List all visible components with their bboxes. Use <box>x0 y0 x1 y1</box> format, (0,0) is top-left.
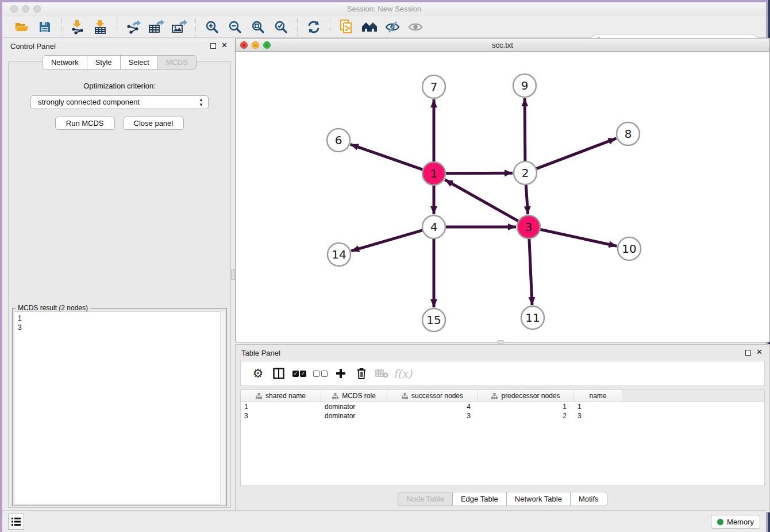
column-header-successor-nodes[interactable]: successor nodes <box>387 390 478 402</box>
graph-edge-2-9[interactable] <box>525 98 525 161</box>
eye-slash-icon <box>385 21 400 33</box>
table-cell: dominator <box>321 411 387 421</box>
select-arrows-icon: ▲▼ <box>199 97 203 107</box>
zoom-fit-button[interactable] <box>248 18 268 36</box>
graph-node-label: 1 <box>430 167 438 180</box>
import-network-button[interactable] <box>68 18 87 36</box>
list-icon <box>11 517 21 526</box>
toolbar-separator <box>195 18 196 36</box>
tab-network-table[interactable]: Network Table <box>507 492 571 506</box>
control-panel-header: Control Panel ✕ <box>5 38 234 54</box>
gear-icon: ⚙ <box>253 368 264 379</box>
export-table-button[interactable] <box>147 18 166 36</box>
task-history-button[interactable] <box>8 514 24 530</box>
window-title: Session: New Session <box>2 5 766 13</box>
close-panel-button[interactable]: Close panel <box>123 117 184 130</box>
result-scrollbar[interactable] <box>220 311 225 504</box>
graph-node-label: 15 <box>426 313 441 327</box>
split-view-button[interactable] <box>268 365 289 382</box>
mcds-result-text[interactable]: 1 3 <box>14 311 225 504</box>
memory-button[interactable]: Memory <box>711 515 760 529</box>
graph-edge-3-10[interactable] <box>540 229 617 246</box>
tab-motifs[interactable]: Motifs <box>571 492 607 506</box>
zoom-selected-icon <box>274 20 288 34</box>
houses-icon <box>361 21 378 33</box>
graph-edge-1-6[interactable] <box>351 144 423 169</box>
copy-network-icon <box>339 19 354 35</box>
mcds-result-box: MCDS result (2 nodes) 1 3 <box>12 308 227 506</box>
zoom-selected-button[interactable] <box>271 18 291 36</box>
tab-network[interactable]: Network <box>43 55 87 70</box>
network-view-window: ✕ − + scc.txt 7968124314101511 <box>235 38 770 342</box>
import-table-button[interactable] <box>91 18 110 36</box>
network-window-titlebar: ✕ − + scc.txt <box>236 38 769 52</box>
delete-column-button[interactable] <box>351 365 372 382</box>
hierarchy-icon <box>491 393 498 399</box>
export-network-button[interactable] <box>124 18 143 36</box>
first-neighbors-button[interactable] <box>360 18 379 36</box>
table-cell: 3 <box>574 411 622 421</box>
float-panel-icon[interactable] <box>210 43 216 49</box>
window-resize-grip[interactable] <box>497 340 504 344</box>
graph-node-label: 8 <box>625 127 632 141</box>
table-settings-button[interactable]: ⚙ <box>248 365 268 382</box>
main-toolbar <box>2 16 766 38</box>
zoom-out-button[interactable] <box>225 18 245 36</box>
save-session-button[interactable] <box>35 18 55 36</box>
graph-node-label: 4 <box>430 220 438 234</box>
save-icon <box>38 21 51 33</box>
graph-edge-4-14[interactable] <box>351 230 423 251</box>
zoom-in-icon <box>205 20 219 34</box>
column-header-name[interactable]: name <box>574 390 622 402</box>
column-header-predecessor-nodes[interactable]: predecessor nodes <box>478 390 574 402</box>
close-panel-icon[interactable]: ✕ <box>221 41 228 49</box>
tab-style[interactable]: Style <box>87 55 121 70</box>
table-row[interactable]: 3dominator323 <box>241 411 764 421</box>
hide-selected-button[interactable] <box>383 18 402 36</box>
mcds-result-title: MCDS result (2 nodes) <box>16 304 90 312</box>
graph-edge-3-1[interactable] <box>445 180 518 221</box>
tab-node-table[interactable]: Node Table <box>398 492 453 506</box>
export-image-icon <box>171 20 187 34</box>
node-table[interactable]: shared name MCDS role successor nodes pr… <box>240 390 765 486</box>
apply-function-button[interactable]: f(x) <box>392 365 413 382</box>
show-all-button[interactable] <box>406 18 425 36</box>
node-table-body[interactable]: 1dominator4113dominator323 <box>241 402 764 421</box>
table-panel-header: Table Panel ✕ <box>236 345 769 361</box>
panel-divider-grip[interactable] <box>231 269 235 280</box>
graph-edge-1-2[interactable] <box>445 173 513 174</box>
deselect-all-button[interactable] <box>310 365 330 382</box>
export-image-button[interactable] <box>170 18 189 36</box>
open-folder-icon <box>14 21 29 33</box>
delete-table-button[interactable] <box>372 365 392 382</box>
network-graph-canvas[interactable]: 7968124314101511 <box>236 52 769 341</box>
network-title: scc.txt <box>236 41 769 49</box>
add-column-button[interactable] <box>330 365 351 382</box>
close-table-panel-icon[interactable]: ✕ <box>756 348 763 356</box>
open-session-button[interactable] <box>12 18 32 36</box>
mcds-panel: Optimization criterion: strongly connect… <box>8 61 231 508</box>
column-header-shared-name[interactable]: shared name <box>241 390 321 402</box>
unchecked-box-icon <box>321 371 328 377</box>
optimization-criterion-select[interactable]: strongly connected component ▲▼ <box>30 95 209 109</box>
control-panel: Control Panel ✕ Network Style Select MCD… <box>5 38 234 509</box>
trash-icon <box>356 368 367 379</box>
column-header-mcds-role[interactable]: MCDS role <box>321 390 387 402</box>
refresh-button[interactable] <box>304 18 324 36</box>
float-table-panel-icon[interactable] <box>745 350 751 356</box>
new-network-from-selection-button[interactable] <box>337 18 356 36</box>
zoom-in-button[interactable] <box>202 18 222 36</box>
tab-select[interactable]: Select <box>121 55 158 70</box>
unchecked-box-icon <box>313 371 319 377</box>
table-row[interactable]: 1dominator411 <box>241 402 764 411</box>
run-mcds-button[interactable]: Run MCDS <box>55 117 115 130</box>
split-view-icon <box>273 368 284 379</box>
graph-edge-3-11[interactable] <box>529 238 532 305</box>
node-table-header: shared name MCDS role successor nodes pr… <box>241 390 764 402</box>
tab-edge-table[interactable]: Edge Table <box>453 492 507 506</box>
memory-label: Memory <box>727 518 754 526</box>
select-all-button[interactable]: ✓✓ <box>289 365 310 382</box>
tab-mcds[interactable]: MCDS <box>158 55 197 70</box>
graph-edge-2-3[interactable] <box>526 184 528 214</box>
graph-edge-2-8[interactable] <box>536 138 617 169</box>
